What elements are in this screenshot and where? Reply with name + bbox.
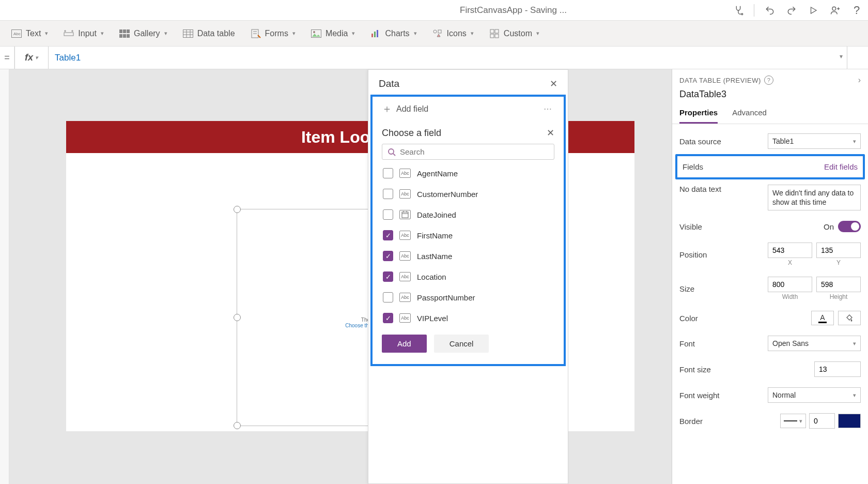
ribbon-gallery[interactable]: Gallery▾ [119, 28, 167, 39]
plus-icon: ＋ [382, 102, 392, 116]
add-button[interactable]: Add [382, 335, 427, 353]
redo-button[interactable] [785, 4, 798, 17]
fontsize-input[interactable] [814, 361, 861, 377]
ribbon-datatable-label: Data table [197, 29, 235, 38]
font-color-button[interactable]: A [811, 311, 834, 325]
ribbon-forms[interactable]: Forms▾ [251, 28, 296, 39]
field-name-label: FirstName [417, 231, 453, 240]
close-icon[interactable]: ✕ [550, 78, 557, 89]
border-width-input[interactable] [809, 413, 835, 429]
ribbon-input[interactable]: Input▾ [64, 28, 104, 39]
border-color-swatch[interactable] [838, 414, 861, 428]
fill-color-button[interactable] [838, 311, 861, 325]
input-icon [64, 28, 74, 39]
field-item[interactable]: ✓AbcVIPLevel [382, 308, 554, 328]
text-type-icon: Abc [399, 293, 411, 302]
field-checkbox[interactable]: ✓ [383, 313, 393, 323]
size-width-input[interactable] [768, 277, 812, 292]
canvas-area[interactable]: Item Lookup There are no field Choose th… [9, 69, 672, 484]
visible-toggle[interactable] [838, 221, 861, 232]
svg-text:Abc: Abc [13, 32, 21, 36]
ribbon-custom[interactable]: Custom▾ [489, 28, 539, 39]
tab-advanced[interactable]: Advanced [732, 104, 767, 124]
svg-rect-16 [183, 29, 193, 37]
ribbon-custom-label: Custom [504, 29, 532, 38]
add-field-row[interactable]: ＋ Add field ⋯ [370, 95, 566, 121]
nodata-text-input[interactable]: We didn't find any data to show at this … [768, 185, 861, 210]
formula-input[interactable]: Table1 ▾ [49, 47, 847, 69]
size-height-input[interactable] [816, 277, 861, 292]
svg-rect-27 [374, 32, 376, 37]
field-name-label: CustomerNumber [417, 190, 478, 199]
border-style-select[interactable]: ▾ [780, 414, 806, 428]
field-item[interactable]: AbcPassportNumber [382, 287, 554, 308]
ribbon-text[interactable]: Abc Text▾ [11, 28, 48, 39]
field-item[interactable]: ✓AbcLastName [382, 246, 554, 266]
field-checkbox[interactable]: ✓ [383, 230, 393, 240]
visible-state: On [824, 222, 834, 231]
field-item[interactable]: DateJoined [382, 204, 554, 225]
health-check-icon[interactable] [732, 4, 745, 17]
field-checkbox[interactable]: ✓ [383, 271, 393, 282]
resize-handle[interactable] [234, 314, 241, 321]
chevron-right-icon[interactable]: › [858, 75, 861, 85]
font-select[interactable]: Open Sans▾ [768, 336, 861, 351]
field-checkbox[interactable] [383, 292, 393, 303]
field-checkbox[interactable] [383, 189, 393, 199]
fontweight-select[interactable]: Normal▾ [768, 387, 861, 403]
ribbon-icons[interactable]: Icons▾ [432, 28, 474, 39]
fontweight-value: Normal [772, 391, 796, 399]
svg-rect-34 [495, 34, 499, 38]
charts-icon [370, 28, 381, 39]
ribbon-datatable[interactable]: Data table [183, 28, 235, 39]
field-item[interactable]: AbcCustomerNumber [382, 184, 554, 204]
more-options-icon[interactable]: ⋯ [541, 104, 554, 114]
resize-handle[interactable] [234, 206, 241, 213]
control-name: DataTable3 [672, 88, 868, 104]
text-type-icon: Abc [399, 251, 411, 261]
text-type-icon: Abc [399, 189, 411, 199]
field-name-label: Location [417, 273, 446, 281]
field-checkbox[interactable] [383, 168, 393, 178]
search-icon [388, 148, 396, 156]
formula-expand-icon[interactable]: ▾ [840, 53, 843, 60]
undo-button[interactable] [764, 4, 776, 17]
ribbon-charts[interactable]: Charts▾ [370, 28, 416, 39]
datasource-label: Data source [679, 137, 721, 146]
separator [754, 4, 754, 17]
svg-rect-26 [371, 34, 373, 37]
field-checkbox[interactable] [383, 209, 393, 220]
fontsize-label: Font size [679, 365, 711, 374]
choose-field-title: Choose a field [382, 128, 441, 139]
svg-point-25 [313, 31, 315, 33]
datasource-select[interactable]: Table1▾ [768, 133, 861, 149]
field-search[interactable] [382, 144, 554, 160]
field-item[interactable]: ✓AbcFirstName [382, 225, 554, 246]
formula-fx-button[interactable]: fx▾ [14, 47, 49, 69]
share-button[interactable] [829, 4, 841, 17]
svg-rect-32 [495, 29, 499, 33]
info-icon[interactable]: ? [764, 75, 773, 85]
position-y-input[interactable] [816, 243, 861, 258]
text-type-icon: Abc [399, 169, 411, 178]
cancel-button[interactable]: Cancel [434, 335, 489, 353]
resize-handle[interactable] [234, 422, 241, 429]
left-rail[interactable] [0, 69, 9, 484]
field-checkbox[interactable]: ✓ [383, 251, 393, 261]
svg-rect-11 [123, 29, 126, 33]
svg-point-2 [832, 7, 836, 10]
play-preview-button[interactable] [807, 4, 819, 17]
ribbon-media[interactable]: Media▾ [311, 28, 355, 39]
svg-rect-12 [127, 29, 130, 33]
edit-fields-link[interactable]: Edit fields [824, 162, 858, 171]
help-button[interactable]: ? [850, 4, 863, 17]
border-label: Border [679, 417, 703, 426]
search-input[interactable] [400, 147, 549, 156]
field-item[interactable]: AbcAgentName [382, 163, 554, 184]
close-icon[interactable]: ✕ [547, 127, 554, 139]
tab-properties[interactable]: Properties [679, 104, 718, 124]
width-sublabel: Width [768, 293, 812, 300]
field-item[interactable]: ✓AbcLocation [382, 266, 554, 287]
svg-rect-33 [490, 34, 494, 38]
position-x-input[interactable] [768, 243, 812, 258]
